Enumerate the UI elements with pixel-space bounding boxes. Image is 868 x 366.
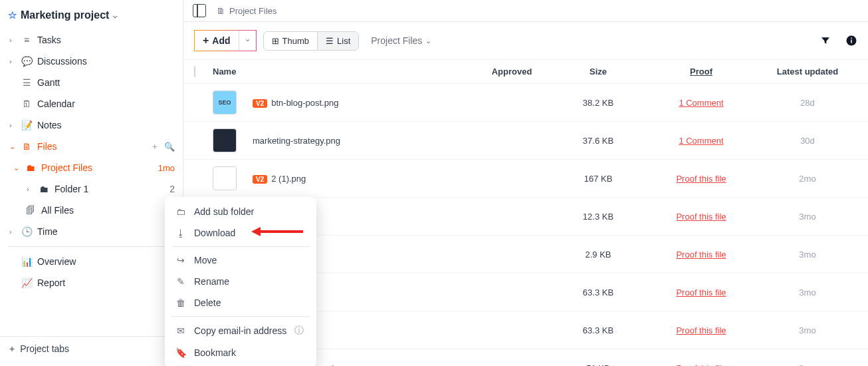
ctx-rename[interactable]: ✎Rename (165, 271, 316, 292)
project-title-row[interactable]: ☆ Marketing project ⌵ (0, 5, 183, 25)
sidebar-item-folder1[interactable]: ›🖿Folder 1 2 (0, 178, 183, 200)
file-updated: 30d (800, 136, 815, 146)
mail-icon: ✉ (175, 325, 186, 336)
file-name: 2 (1).png (271, 174, 306, 184)
col-proof[interactable]: Proof (645, 67, 758, 77)
grid-icon: ⊞ (272, 36, 279, 46)
list-label: List (337, 36, 350, 46)
sidebar-item-label: Files (37, 141, 57, 152)
divider (171, 246, 310, 247)
annotation-arrow (251, 227, 303, 236)
ctx-add-subfolder[interactable]: 🗀Add sub folder (165, 201, 316, 222)
file-updated: 3mo (799, 325, 815, 335)
filter-icon[interactable] (820, 35, 831, 46)
sidebar-item-gantt[interactable]: ›☰Gantt (0, 72, 183, 93)
proof-link[interactable]: 1 Comment (679, 98, 723, 108)
file-size: 63.3 KB (552, 287, 645, 297)
folder-breadcrumb-dropdown[interactable]: Project Files ⌄ (366, 31, 437, 50)
col-size[interactable]: Size (552, 67, 645, 77)
sidebar-item-allfiles[interactable]: ›🗐All Files (0, 200, 183, 221)
add-icon[interactable]: + (152, 141, 158, 152)
sidebar-item-label: Folder 1 (54, 184, 88, 194)
sidebar-item-overview[interactable]: ›📊Overview (0, 251, 183, 272)
file-updated: 3mo (799, 287, 815, 297)
sidebar-item-tasks[interactable]: ›≡Tasks (0, 29, 183, 51)
add-button[interactable]: + Add (195, 31, 239, 51)
stack-icon: 🗐 (25, 205, 36, 216)
sidebar-item-time[interactable]: ›🕒Time (0, 221, 183, 242)
col-approved[interactable]: Approved (472, 67, 552, 77)
project-tabs-button[interactable]: + Project tabs (0, 336, 183, 361)
sidebar-item-report[interactable]: ›📈Report (0, 272, 183, 293)
file-thumbnail: SEO (213, 91, 237, 114)
sidebar-item-label: Overview (37, 256, 76, 267)
add-button-group: + Add ⌄ (194, 30, 257, 51)
info-icon[interactable] (845, 35, 857, 47)
ctx-move[interactable]: ↪Move (165, 250, 316, 271)
view-list-button[interactable]: ☰ List (318, 32, 358, 50)
file-thumbnail (213, 128, 237, 152)
svg-rect-1 (851, 40, 852, 43)
file-updated: 3mo (799, 212, 815, 222)
table-row[interactable]: V22 (1).png 167 KB Proof this file 2mo (183, 160, 868, 198)
add-dropdown[interactable]: ⌄ (239, 31, 256, 51)
proof-link[interactable]: 1 Comment (679, 136, 723, 146)
breadcrumb-item[interactable]: 🗎 Project Files (217, 6, 277, 16)
sidebar-item-project-files[interactable]: ⌄🖿Project Files 1mo (0, 157, 183, 178)
select-all-checkbox[interactable] (194, 66, 195, 77)
sidebar-item-label: Discussions (37, 56, 87, 67)
folder-icon: 🖿 (39, 184, 49, 194)
proof-link[interactable]: Proof this file (676, 250, 726, 260)
proof-link[interactable]: Proof this file (676, 174, 726, 184)
sidebar: ☆ Marketing project ⌵ ›≡Tasks ›💬Discussi… (0, 0, 183, 366)
project-tabs-label: Project tabs (20, 343, 69, 354)
star-icon[interactable]: ☆ (8, 9, 17, 21)
ctx-copy-email[interactable]: ✉Copy email-in address ⓘ (165, 319, 316, 342)
move-icon: ↪ (175, 255, 186, 266)
plus-icon: + (203, 35, 209, 47)
search-icon[interactable]: 🔍 (164, 142, 175, 152)
proof-link[interactable]: Proof this file (676, 325, 726, 335)
proof-link[interactable]: Proof this file (676, 212, 726, 222)
folder-time: 2 (169, 184, 175, 194)
bookmark-icon: 🔖 (175, 347, 186, 358)
add-label: Add (212, 35, 230, 46)
folder-time: 1mo (158, 163, 175, 173)
toolbar: + Add ⌄ ⊞ Thumb ☰ List Project Files ⌄ (183, 22, 868, 60)
col-name[interactable]: Name (213, 67, 472, 77)
ctx-delete[interactable]: 🗑Delete (165, 292, 316, 313)
sidebar-item-notes[interactable]: ›📝Notes (0, 114, 183, 136)
caret-icon: › (9, 121, 16, 129)
panel-toggle-icon[interactable] (193, 4, 206, 17)
help-icon[interactable]: ⓘ (294, 325, 304, 337)
gauge-icon: 📊 (21, 256, 32, 267)
ctx-bookmark[interactable]: 🔖Bookmark (165, 342, 316, 363)
sidebar-item-discussions[interactable]: ›💬Discussions (0, 51, 183, 72)
view-thumb-button[interactable]: ⊞ Thumb (264, 32, 318, 50)
proof-link[interactable]: Proof this file (676, 363, 726, 367)
file-updated: 3mo (799, 250, 815, 260)
sidebar-item-calendar[interactable]: ›🗓Calendar (0, 93, 183, 114)
proof-link[interactable]: Proof this file (676, 287, 726, 297)
folder-icon: 🖿 (25, 162, 36, 173)
crumb-label: Project Files (371, 35, 422, 46)
sidebar-item-files[interactable]: ⌄🗎Files + 🔍 (0, 136, 183, 157)
ctx-label: Move (194, 255, 217, 266)
file-size: 38.2 KB (552, 98, 645, 108)
table-row[interactable]: marketing-strategy.png 37.6 KB 1 Comment… (183, 122, 868, 160)
ctx-label: Delete (194, 297, 221, 308)
table-row[interactable]: SEO V2btn-blog-post.png 38.2 KB 1 Commen… (183, 84, 868, 122)
folder-icon: 🗀 (175, 206, 186, 217)
view-toggle: ⊞ Thumb ☰ List (263, 31, 360, 51)
download-icon: ⭳ (175, 228, 186, 238)
sidebar-item-label: Gantt (37, 77, 60, 88)
sidebar-item-label: Calendar (37, 98, 75, 109)
gantt-icon: ☰ (21, 77, 32, 88)
ctx-label: Copy email-in address (194, 325, 286, 336)
list-icon: ≡ (21, 35, 32, 45)
caret-icon: › (9, 228, 16, 236)
project-title: Marketing project (21, 9, 109, 21)
table-header: Name Approved Size Proof Latest updated (183, 60, 868, 84)
chevron-down-icon[interactable]: ⌵ (113, 11, 118, 20)
col-updated[interactable]: Latest updated (758, 67, 857, 77)
